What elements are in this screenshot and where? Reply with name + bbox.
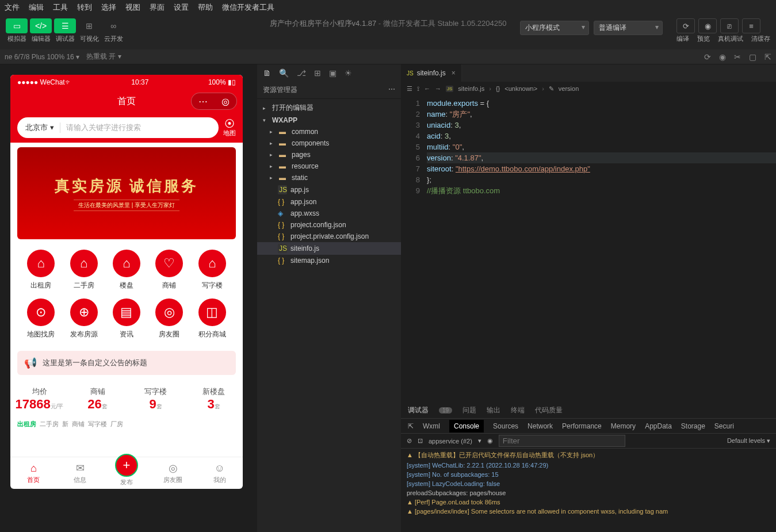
console-output[interactable]: 【自动热重载】已开启代码文件保存后自动热重载（不支持 json） [system…	[401, 449, 776, 532]
tab-output[interactable]: 输出	[487, 405, 500, 415]
tab-publish[interactable]: +发布	[104, 457, 150, 489]
menu-edit[interactable]: 编辑	[29, 2, 44, 13]
bug-icon[interactable]: ☀	[345, 68, 352, 78]
menu-help[interactable]: 帮助	[198, 2, 213, 13]
more-icon[interactable]: ⋯	[388, 85, 395, 95]
grid-item[interactable]: ⊕发布房源	[62, 298, 105, 339]
close-icon[interactable]: ×	[452, 69, 456, 77]
compile-dropdown[interactable]: 普通编译	[594, 21, 663, 35]
cat-tab[interactable]: 写字楼	[88, 420, 107, 428]
stat-item[interactable]: 写字楼9套	[127, 386, 185, 412]
inspect-icon[interactable]: ⇱	[408, 422, 414, 430]
grid-item[interactable]: ⌂楼盘	[105, 250, 148, 290]
files-icon[interactable]: 🗎	[263, 68, 271, 78]
tree-folder[interactable]: ▸▬common	[257, 126, 401, 137]
devtab-security[interactable]: Securi	[714, 422, 734, 430]
tab-message[interactable]: ✉信息	[57, 457, 104, 489]
cat-tab[interactable]: 出租房	[17, 420, 36, 428]
search-icon[interactable]: 🔍	[279, 68, 289, 78]
devtab-storage[interactable]: Storage	[681, 422, 705, 430]
tree-section-root[interactable]: ▾WXAPP	[257, 114, 401, 126]
tab-debugger[interactable]: 调试器	[408, 405, 429, 415]
grid-item[interactable]: ◫积分商城	[191, 298, 234, 339]
tree-file[interactable]: ◈app.wxss	[257, 208, 401, 219]
tree-folder[interactable]: ▸▬components	[257, 137, 401, 149]
screenshot-icon[interactable]: ▢	[749, 52, 756, 62]
tree-section-opened[interactable]: ▸打开的编辑器	[257, 101, 401, 114]
editor-tab[interactable]: JS siteinfo.js ×	[401, 64, 462, 82]
tab-quality[interactable]: 代码质量	[535, 405, 563, 415]
grid-item[interactable]: ⌂二手房	[62, 250, 105, 290]
branch-icon[interactable]: ⎇	[297, 68, 306, 78]
context-selector[interactable]: appservice (#2)	[429, 438, 472, 445]
ext-icon[interactable]: ⊞	[314, 68, 321, 78]
tree-folder[interactable]: ▸▬pages	[257, 149, 401, 160]
toggle-visual[interactable]: ⊞可视化	[78, 18, 100, 43]
toggle-cloud[interactable]: ∞云开发	[102, 18, 124, 43]
stat-item[interactable]: 新楼盘3套	[185, 386, 243, 412]
console-filter[interactable]	[499, 435, 625, 447]
cat-tab[interactable]: 二手房	[40, 420, 59, 428]
cut-icon[interactable]: ✂	[734, 52, 741, 62]
tree-file[interactable]: JSapp.js	[257, 183, 401, 196]
compile-button[interactable]: ⟳	[676, 18, 695, 33]
grid-item[interactable]: ⊙地图找房	[20, 298, 62, 339]
toggle-debugger[interactable]: ☰调试器	[54, 18, 76, 43]
capsule-button[interactable]: ⋯ ◎	[191, 93, 237, 110]
notice-bar[interactable]: 📢 这里是第一条自定义公告的标题	[17, 351, 236, 375]
record-icon[interactable]: ◉	[719, 52, 726, 62]
refresh-icon[interactable]: ⟳	[704, 52, 711, 62]
devtab-appdata[interactable]: AppData	[645, 422, 672, 430]
stat-item[interactable]: 均价17868元/平	[10, 386, 68, 412]
bookmark-icon[interactable]: ⟟	[417, 85, 419, 93]
stat-item[interactable]: 商铺26套	[68, 386, 127, 412]
city-selector[interactable]: 北京市 ▾	[25, 123, 60, 133]
banner[interactable]: 真实房源 诚信服务 生活在最美的风景里 | 享受人生万家灯	[17, 147, 236, 239]
remote-debug-button[interactable]: ⎚	[720, 18, 739, 33]
map-button[interactable]: ⦿ 地图	[223, 118, 236, 137]
devtab-wxml[interactable]: Wxml	[423, 422, 440, 430]
preview-button[interactable]: ◉	[698, 18, 717, 33]
tab-home[interactable]: ⌂首页	[10, 457, 57, 489]
menu-settings[interactable]: 设置	[174, 2, 189, 13]
cat-tab[interactable]: 厂房	[110, 420, 123, 428]
tree-file-active[interactable]: JSsiteinfo.js	[257, 242, 401, 255]
grid-item[interactable]: ▤资讯	[105, 298, 148, 339]
grid-item[interactable]: ♡商铺	[148, 250, 190, 290]
devtab-memory[interactable]: Memory	[611, 422, 636, 430]
tree-file[interactable]: { }app.json	[257, 196, 401, 208]
toggle-editor[interactable]: </>编辑器	[30, 18, 52, 43]
api-icon[interactable]: ▣	[329, 68, 337, 78]
tab-terminal[interactable]: 终端	[511, 405, 525, 415]
top-icon[interactable]: ⊡	[418, 437, 423, 445]
grid-item[interactable]: ◎房友圈	[148, 298, 190, 339]
cat-tab[interactable]: 新	[62, 420, 68, 428]
tree-file[interactable]: { }sitemap.json	[257, 255, 401, 266]
tree-file[interactable]: { }project.config.json	[257, 219, 401, 231]
grid-item[interactable]: ⌂出租房	[20, 250, 62, 290]
mode-dropdown[interactable]: 小程序模式	[520, 21, 589, 35]
tree-folder[interactable]: ▸▬resource	[257, 160, 401, 172]
search-input[interactable]: 请输入关键字进行搜索	[66, 123, 141, 133]
cat-tab[interactable]: 商铺	[72, 420, 85, 428]
devtab-sources[interactable]: Sources	[493, 422, 518, 430]
menu-interface[interactable]: 界面	[150, 2, 165, 13]
toggle-simulator[interactable]: ▭模拟器	[6, 18, 28, 43]
tab-circle[interactable]: ◎房友圈	[150, 457, 196, 489]
devtab-network[interactable]: Network	[527, 422, 553, 430]
tab-mine[interactable]: ☺我的	[196, 457, 243, 489]
hot-reload-toggle[interactable]: 热重载 开 ▾	[86, 52, 121, 62]
menu-view[interactable]: 视图	[125, 2, 140, 13]
menu-file[interactable]: 文件	[5, 2, 20, 13]
menu-tools[interactable]: 工具	[53, 2, 68, 13]
list-icon[interactable]: ☰	[407, 85, 412, 93]
popout-icon[interactable]: ⇱	[764, 52, 771, 62]
clear-icon[interactable]: ⊘	[407, 437, 412, 445]
menu-select[interactable]: 选择	[101, 2, 116, 13]
tree-folder[interactable]: ▸▬static	[257, 172, 401, 183]
editor-breadcrumb[interactable]: ☰ ⟟ ← → JS siteinfo.js› {}<unknown>› ✎ve…	[401, 82, 776, 95]
devtab-console[interactable]: Console	[449, 420, 484, 433]
forward-icon[interactable]: →	[435, 85, 441, 92]
back-icon[interactable]: ←	[424, 85, 430, 92]
menu-goto[interactable]: 转到	[77, 2, 92, 13]
